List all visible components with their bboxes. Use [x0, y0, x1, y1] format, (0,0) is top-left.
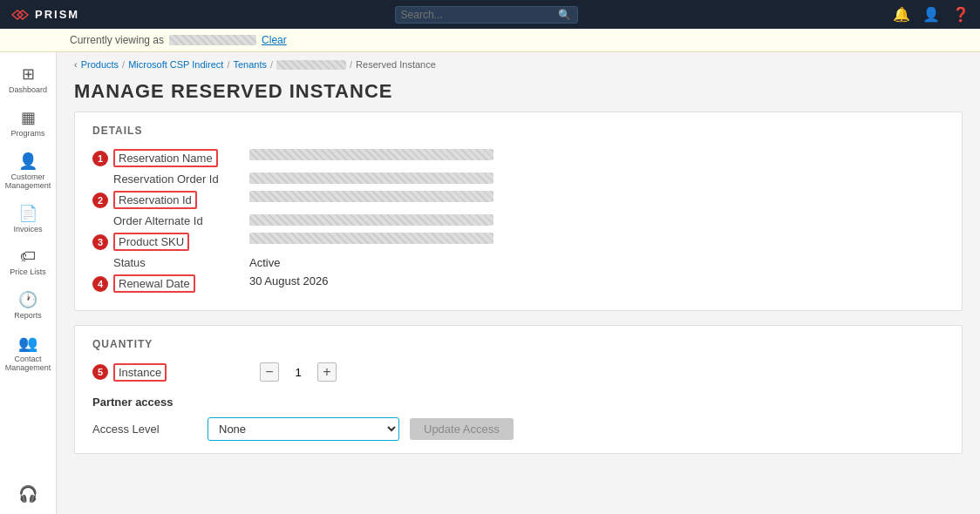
- field-row-product-sku: 3 Product SKU: [92, 233, 944, 251]
- breadcrumb-tenant-name: [276, 60, 346, 70]
- partner-access-area: Partner access Access Level None Read Wr…: [92, 396, 944, 441]
- field-value-renewal-date: 30 August 2026: [249, 274, 328, 287]
- quantity-section: QUANTITY 5 Instance − 1 + Partner access…: [74, 325, 963, 454]
- field-label-instance: Instance: [113, 363, 167, 382]
- field-row-reservation-name: 1 Reservation Name: [92, 149, 944, 167]
- sidebar-item-reports[interactable]: 🕐 Reports: [0, 285, 56, 325]
- reports-icon: 🕐: [18, 290, 37, 309]
- quantity-section-title: QUANTITY: [92, 338, 944, 350]
- access-level-label: Access Level: [92, 423, 197, 436]
- chevron-left-icon: ‹: [74, 59, 78, 70]
- field-row-order-alternate-id: Order Alternate Id: [92, 214, 944, 227]
- badge-3: 3: [92, 234, 108, 250]
- sidebar-item-customer-management[interactable]: 👤 Customer Management: [0, 146, 56, 195]
- dashboard-icon: ⊞: [22, 64, 35, 84]
- sidebar-label-contact: Contact Management: [3, 355, 52, 372]
- access-level-row: Access Level None Read Write Update Acce…: [92, 417, 944, 441]
- breadcrumb-current: Reserved Instance: [356, 59, 436, 70]
- field-label-status: Status: [113, 256, 146, 269]
- price-lists-icon: 🏷: [20, 247, 36, 266]
- sidebar-label-customer: Customer Management: [3, 172, 52, 190]
- quantity-plus-button[interactable]: +: [317, 362, 337, 382]
- sidebar-label-dashboard: Dashboard: [9, 85, 47, 94]
- field-row-status: Status Active: [92, 256, 944, 269]
- sidebar-label-reports: Reports: [14, 311, 42, 320]
- app-name: PRISM: [35, 8, 79, 21]
- field-label-reservation-order-id: Reservation Order Id: [113, 172, 219, 186]
- clear-link[interactable]: Clear: [262, 34, 287, 46]
- field-row-reservation-id: 2 Reservation Id: [92, 191, 944, 209]
- breadcrumb: ‹ Products / Microsoft CSP Indirect / Te…: [57, 52, 980, 77]
- details-section: DETAILS 1 Reservation Name Reservation O…: [74, 112, 963, 311]
- field-value-product-sku: [249, 233, 493, 244]
- logo: PRISM: [10, 8, 79, 21]
- notification-icon[interactable]: 🔔: [893, 6, 910, 23]
- field-value-status: Active: [249, 256, 280, 269]
- quantity-minus-button[interactable]: −: [260, 362, 279, 382]
- field-label-reservation-name: Reservation Name: [113, 149, 218, 167]
- field-label-renewal-date: Renewal Date: [113, 274, 195, 293]
- sidebar-label-programs: Programs: [10, 129, 44, 138]
- sidebar-item-programs[interactable]: ▦ Programs: [0, 103, 56, 143]
- support-icon: 🎧: [18, 484, 37, 504]
- field-label-product-sku: Product SKU: [113, 233, 189, 251]
- breadcrumb-products[interactable]: Products: [81, 59, 119, 70]
- breadcrumb-tenants[interactable]: Tenants: [233, 59, 267, 70]
- badge-2: 2: [92, 193, 108, 208]
- field-label-order-alternate-id: Order Alternate Id: [113, 214, 203, 227]
- field-row-renewal-date: 4 Renewal Date 30 August 2026: [92, 274, 944, 293]
- sidebar-label-price-lists: Price Lists: [10, 267, 46, 276]
- viewing-prefix: Currently viewing as: [70, 34, 164, 46]
- programs-icon: ▦: [21, 108, 36, 127]
- search-input[interactable]: [401, 9, 558, 21]
- sidebar-item-contact-management[interactable]: 👥 Contact Management: [0, 328, 56, 377]
- search-button[interactable]: 🔍: [558, 9, 571, 21]
- breadcrumb-csp[interactable]: Microsoft CSP Indirect: [128, 59, 223, 70]
- sidebar: ⊞ Dashboard ▦ Programs 👤 Customer Manage…: [0, 52, 57, 514]
- sidebar-item-price-lists[interactable]: 🏷 Price Lists: [0, 242, 56, 281]
- details-section-title: DETAILS: [92, 125, 944, 137]
- viewing-banner: Currently viewing as Clear: [0, 29, 980, 52]
- field-row-reservation-order-id: Reservation Order Id: [92, 172, 944, 186]
- access-level-select[interactable]: None Read Write: [208, 417, 399, 441]
- quantity-row: 5 Instance − 1 +: [92, 362, 944, 382]
- field-label-reservation-id: Reservation Id: [113, 191, 197, 209]
- field-value-reservation-name: [249, 149, 493, 160]
- user-icon[interactable]: 👤: [922, 6, 940, 23]
- invoices-icon: 📄: [18, 204, 37, 223]
- field-value-order-alternate-id: [249, 214, 493, 226]
- update-access-button[interactable]: Update Access: [410, 418, 514, 440]
- customer-icon: 👤: [18, 152, 37, 171]
- partner-access-title: Partner access: [92, 396, 944, 409]
- nav-icons: 🔔 👤 ❓: [893, 6, 970, 23]
- sidebar-item-support[interactable]: 🎧: [0, 479, 56, 514]
- sidebar-label-invoices: Invoices: [13, 225, 42, 233]
- sidebar-item-invoices[interactable]: 📄 Invoices: [0, 199, 56, 239]
- contact-icon: 👥: [18, 334, 37, 353]
- badge-4: 4: [92, 276, 108, 292]
- search-area[interactable]: 🔍: [395, 6, 578, 24]
- top-navigation: PRISM 🔍 🔔 👤 ❓: [0, 0, 980, 29]
- help-icon[interactable]: ❓: [952, 6, 970, 23]
- field-value-reservation-order-id: [249, 172, 493, 184]
- sidebar-item-dashboard[interactable]: ⊞ Dashboard: [0, 59, 56, 99]
- badge-1: 1: [92, 151, 108, 166]
- quantity-value: 1: [289, 366, 307, 379]
- main-layout: ⊞ Dashboard ▦ Programs 👤 Customer Manage…: [0, 52, 980, 514]
- prism-logo-icon: [10, 9, 30, 21]
- content-area: ‹ Products / Microsoft CSP Indirect / Te…: [57, 52, 980, 514]
- field-value-reservation-id: [249, 191, 493, 202]
- page-title: MANAGE RESERVED INSTANCE: [57, 77, 980, 112]
- badge-5: 5: [92, 364, 108, 380]
- viewing-as-name: [169, 35, 256, 45]
